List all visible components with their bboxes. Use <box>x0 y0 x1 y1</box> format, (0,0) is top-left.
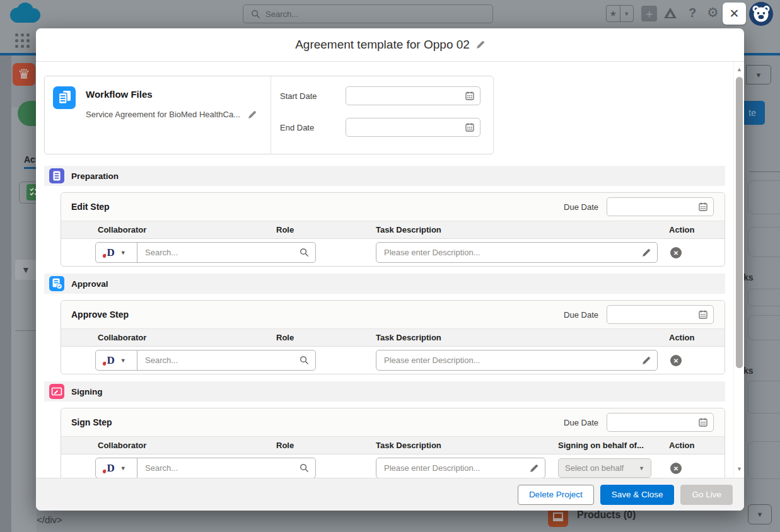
scrollbar-thumb[interactable] <box>736 77 743 368</box>
search-icon <box>251 9 260 19</box>
edit-step-card: Edit Step Due Date Collaborator Role Tas… <box>61 192 725 267</box>
section-name: Preparation <box>71 171 119 181</box>
search-icon[interactable] <box>300 356 309 365</box>
collaborator-combo: D ▼ <box>95 350 316 371</box>
go-live-button[interactable]: Go Live <box>680 485 733 505</box>
task-description-field[interactable] <box>376 356 642 365</box>
modal-footer: Delete Project Save & Close Go Live <box>36 478 744 511</box>
table-row: D ▼ Select on behalf ▼ <box>61 454 725 478</box>
scroll-down-arrow[interactable]: ▼ <box>734 464 744 474</box>
task-description-field[interactable] <box>376 248 642 257</box>
col-action: Action <box>669 441 694 450</box>
collaborator-combo: D ▼ <box>95 242 316 263</box>
collaborator-search-input[interactable] <box>137 356 300 365</box>
search-icon[interactable] <box>300 248 309 257</box>
workflow-files-left: Workflow Files Service Agreement for Bio… <box>45 76 271 154</box>
signing-icon <box>49 384 64 399</box>
remove-row-button[interactable]: ✕ <box>670 355 682 366</box>
signing-behalf-select[interactable]: Select on behalf ▼ <box>558 458 651 478</box>
products-title: Products (0) <box>577 509 636 521</box>
task-description-field[interactable] <box>376 463 530 473</box>
docusign-logo-icon: D <box>107 354 114 367</box>
col-action: Action <box>669 333 694 342</box>
calendar-icon[interactable] <box>699 418 707 427</box>
edit-description-pencil-icon[interactable] <box>530 464 538 473</box>
end-date-input[interactable] <box>346 118 480 137</box>
edit-description-pencil-icon[interactable] <box>642 356 651 365</box>
due-date-field[interactable] <box>613 310 699 320</box>
col-collaborator: Collaborator <box>98 333 146 342</box>
collaborator-search-input[interactable] <box>137 248 300 257</box>
help-icon: ? <box>689 4 696 21</box>
step-title: Edit Step <box>71 202 564 212</box>
approval-icon <box>49 276 64 291</box>
search-icon[interactable] <box>300 463 309 473</box>
end-date-field[interactable] <box>352 123 465 132</box>
calendar-icon[interactable] <box>699 310 707 319</box>
task-description-input <box>376 458 545 478</box>
divider <box>15 330 36 331</box>
astro-avatar[interactable] <box>749 2 773 26</box>
start-date-label: Start Date <box>280 91 346 101</box>
collaborator-type-dropdown[interactable]: D ▼ <box>96 458 137 478</box>
due-date-field[interactable] <box>613 202 699 212</box>
task-description-input <box>376 242 658 263</box>
workflow-files-icon <box>53 86 76 109</box>
save-close-button[interactable]: Save & Close <box>600 485 675 505</box>
due-date-input[interactable] <box>607 305 714 324</box>
app-launcher-icon <box>15 33 30 49</box>
step-title: Sign Step <box>71 417 564 427</box>
edit-description-pencil-icon[interactable] <box>642 248 651 257</box>
collaborator-type-dropdown[interactable]: D ▼ <box>96 350 137 370</box>
collaborator-search-input[interactable] <box>137 463 300 473</box>
modal-title: Agreement template for Oppo 02 <box>295 38 470 52</box>
remove-row-button[interactable]: ✕ <box>670 247 682 258</box>
edit-file-pencil-icon[interactable] <box>248 110 257 119</box>
edit-title-pencil-icon[interactable] <box>476 40 485 49</box>
sign-step-card: Sign Step Due Date Collaborator Role Tas… <box>61 408 725 478</box>
modal-header: Agreement template for Oppo 02 <box>36 28 744 62</box>
chevron-down-icon: ▼ <box>620 6 634 21</box>
modal-scrollbar: ▲ ▼ <box>733 62 744 478</box>
col-task-description: Task Description <box>376 333 441 342</box>
delete-project-button[interactable]: Delete Project <box>518 485 594 505</box>
approve-step-card: Approve Step Due Date Collaborator Role … <box>61 300 725 374</box>
col-task-description: Task Description <box>376 225 441 234</box>
due-date-input[interactable] <box>607 197 714 216</box>
remove-row-button[interactable]: ✕ <box>670 463 682 474</box>
due-date-field[interactable] <box>613 418 699 427</box>
scroll-up-arrow[interactable]: ▲ <box>734 64 744 74</box>
col-signing-behalf: Signing on behalf of... <box>558 441 644 450</box>
chevron-down-icon: ▼ <box>120 250 126 256</box>
workflow-file-name: Service Agreement for BioMed HealthCa... <box>86 110 240 119</box>
due-date-input[interactable] <box>607 413 714 432</box>
col-role: Role <box>276 225 294 234</box>
start-date-input[interactable] <box>346 86 480 105</box>
table-row: D ▼ ✕ <box>61 347 725 374</box>
step-header: Approve Step Due Date <box>61 301 725 329</box>
background-card <box>748 289 780 306</box>
favorites-button: ★ ▼ <box>606 5 634 22</box>
col-role: Role <box>276 333 294 342</box>
calendar-icon[interactable] <box>699 202 707 211</box>
collaborator-type-dropdown[interactable]: D ▼ <box>96 243 137 262</box>
due-date-label: Due Date <box>564 310 598 320</box>
section-bar-approval: Approval <box>44 274 725 294</box>
calendar-icon[interactable] <box>465 123 474 132</box>
start-date-field[interactable] <box>352 91 465 101</box>
modal-body: Workflow Files Service Agreement for Bio… <box>36 62 744 478</box>
table-header: Collaborator Role Task Description Actio… <box>61 329 725 347</box>
modal-close-button[interactable]: ✕ <box>723 3 746 25</box>
background-card <box>748 227 780 257</box>
salesforce-logo-icon <box>5 1 44 28</box>
table-header: Collaborator Role Task Description Signi… <box>61 437 725 454</box>
trailhead-icon <box>663 6 678 25</box>
calendar-icon[interactable] <box>465 91 474 100</box>
section-bar-signing: Signing <box>44 381 725 402</box>
collaborator-combo: D ▼ <box>95 458 316 478</box>
step-header: Edit Step Due Date <box>61 193 725 221</box>
left-strip <box>0 55 11 532</box>
behalf-placeholder: Select on behalf <box>565 463 624 473</box>
background-dropdown-button: ▼ <box>746 65 771 84</box>
background-label-partial: ks <box>743 272 754 282</box>
